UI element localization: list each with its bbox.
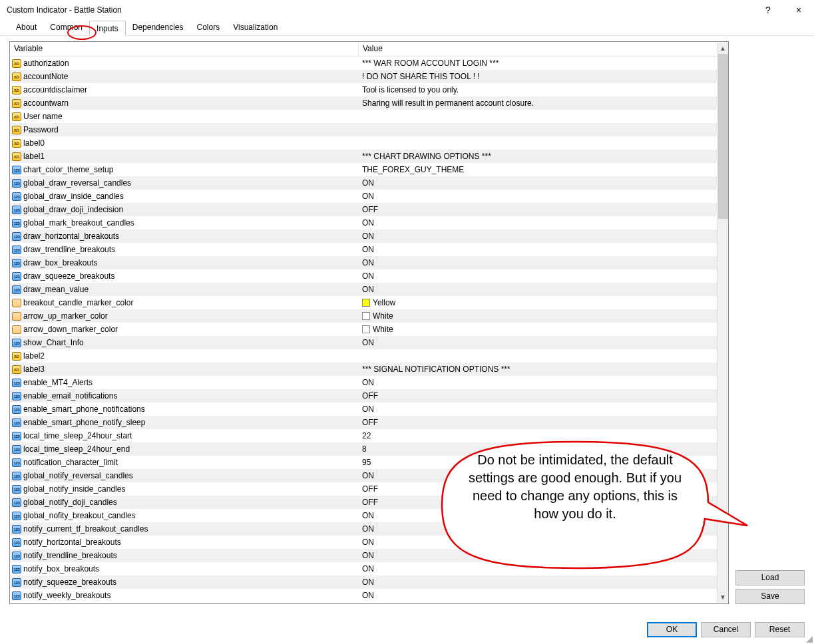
variable-value[interactable]: OFF [359, 205, 728, 214]
variable-value[interactable]: ON [359, 245, 728, 254]
variable-value[interactable]: 8 [359, 444, 728, 454]
variable-value[interactable]: White [359, 311, 728, 321]
table-row[interactable]: global_mark_breakout_candlesON [10, 216, 728, 230]
header-variable[interactable]: Variable [10, 42, 359, 56]
variable-value[interactable]: Sharing will result in permanent account… [359, 98, 728, 108]
table-row[interactable]: show_Chart_InfoON [10, 336, 728, 349]
table-row[interactable]: label1*** CHART DRAWING OPTIONS *** [10, 150, 728, 163]
table-row[interactable]: enable_smart_phone_notificationsON [10, 402, 728, 416]
variable-value[interactable]: ON [359, 524, 728, 534]
variable-value[interactable]: 95 [359, 458, 728, 467]
header-value[interactable]: Value [359, 42, 728, 56]
variable-name: enable_smart_phone_notifications [23, 404, 145, 414]
table-row[interactable]: accountwarnSharing will result in perman… [10, 96, 728, 110]
variable-value[interactable]: OFF [359, 418, 728, 427]
variable-value[interactable]: ON [359, 271, 728, 281]
table-row[interactable]: enable_MT4_AlertsON [10, 376, 728, 389]
variable-value[interactable]: ON [359, 192, 728, 201]
table-row[interactable]: draw_squeeze_breakoutsON [10, 269, 728, 283]
table-row[interactable]: arrow_down_marker_colorWhite [10, 323, 728, 336]
scroll-down-button[interactable]: ▼ [717, 591, 728, 603]
table-row[interactable]: accountNote ! DO NOT SHARE THIS TOOL ! ! [10, 70, 728, 83]
table-row[interactable]: breakout_candle_marker_colorYellow [10, 296, 728, 309]
tab-common[interactable]: Common [43, 20, 89, 35]
table-row[interactable]: notify_horizontal_breakoutsON [10, 536, 728, 549]
table-row[interactable]: draw_mean_valueON [10, 283, 728, 296]
variable-value[interactable]: *** CHART DRAWING OPTIONS *** [359, 152, 728, 161]
tab-inputs[interactable]: Inputs [89, 21, 126, 36]
variable-value[interactable]: ON [359, 551, 728, 560]
variable-value[interactable]: ON [359, 577, 728, 587]
variable-value[interactable]: ON [359, 471, 728, 480]
table-row[interactable]: draw_horizontal_breakoutsON [10, 230, 728, 243]
table-row[interactable]: global_notify_doji_candlesOFF [10, 496, 728, 509]
table-row[interactable]: draw_trendline_breakoutsON [10, 243, 728, 256]
variable-value[interactable]: ON [359, 538, 728, 547]
variable-value[interactable]: ! DO NOT SHARE THIS TOOL ! ! [359, 72, 728, 81]
table-row[interactable]: arrow_up_marker_colorWhite [10, 309, 728, 323]
table-row[interactable]: label3*** SIGNAL NOTIFICATION OPTIONS **… [10, 363, 728, 376]
table-row[interactable]: local_time_sleep_24hour_start22 [10, 429, 728, 442]
variable-value[interactable]: 22 [359, 431, 728, 440]
table-row[interactable]: global_notify_reversal_candlesON [10, 469, 728, 482]
table-row[interactable]: label2 [10, 349, 728, 363]
close-button[interactable]: × [783, 0, 814, 20]
variable-value[interactable]: ON [359, 404, 728, 414]
table-row[interactable]: Password [10, 123, 728, 136]
variable-value[interactable]: ON [359, 564, 728, 573]
tab-colors[interactable]: Colors [190, 20, 226, 35]
table-row[interactable]: global_draw_doji_indecisionOFF [10, 203, 728, 216]
table-row[interactable]: label0 [10, 136, 728, 150]
variable-value[interactable]: *** SIGNAL NOTIFICATION OPTIONS *** [359, 365, 728, 374]
variable-value[interactable]: ON [359, 218, 728, 228]
tab-visualization[interactable]: Visualization [226, 20, 284, 35]
scroll-up-button[interactable]: ▲ [717, 43, 728, 54]
variable-value[interactable]: ON [359, 178, 728, 188]
variable-value[interactable]: ON [359, 338, 728, 347]
resize-grip-icon[interactable] [805, 635, 813, 643]
variable-name: global_notify_doji_candles [23, 498, 117, 507]
variable-value[interactable]: ON [359, 511, 728, 520]
variable-value[interactable]: OFF [359, 498, 728, 507]
variable-value[interactable]: OFF [359, 484, 728, 494]
table-row[interactable]: global_notify_inside_candlesOFF [10, 482, 728, 496]
table-row[interactable]: global_draw_inside_candlesON [10, 190, 728, 203]
table-row[interactable]: enable_email_notificationsOFF [10, 389, 728, 402]
table-row[interactable]: notify_squeeze_breakoutsON [10, 575, 728, 589]
variable-value[interactable]: Yellow [359, 298, 728, 307]
variable-value[interactable]: White [359, 325, 728, 334]
table-row[interactable]: notification_character_limit95 [10, 456, 728, 469]
tab-dependencies[interactable]: Dependencies [126, 20, 190, 35]
table-row[interactable]: User name [10, 110, 728, 123]
tab-about[interactable]: About [9, 20, 43, 35]
variable-value[interactable]: OFF [359, 391, 728, 401]
variable-value[interactable]: THE_FOREX_GUY_THEME [359, 165, 728, 174]
help-button[interactable]: ? [753, 0, 783, 20]
save-button[interactable]: Save [735, 589, 805, 604]
variable-value[interactable]: *** WAR ROOM ACCOUNT LOGIN *** [359, 59, 728, 68]
table-row[interactable]: notify_trendline_breakoutsON [10, 549, 728, 562]
table-row[interactable]: global_nofity_breakout_candlesON [10, 509, 728, 522]
variable-value[interactable]: ON [359, 285, 728, 294]
variable-value[interactable]: ON [359, 232, 728, 241]
table-row[interactable]: draw_box_breakoutsON [10, 256, 728, 269]
table-row[interactable]: notify_current_tf_breakout_candlesON [10, 522, 728, 536]
variable-value[interactable]: ON [359, 591, 728, 600]
table-row[interactable]: notify_weekly_breakoutsON [10, 589, 728, 602]
scroll-thumb[interactable] [718, 54, 728, 219]
variable-value[interactable]: Tool is licensed to you only. [359, 85, 728, 94]
vertical-scrollbar[interactable]: ▲ ▼ [717, 43, 728, 603]
reset-button[interactable]: Reset [755, 622, 805, 637]
variable-value[interactable]: ON [359, 258, 728, 267]
table-row[interactable]: chart_color_theme_setupTHE_FOREX_GUY_THE… [10, 163, 728, 176]
table-row[interactable]: local_time_sleep_24hour_end8 [10, 442, 728, 456]
table-row[interactable]: enable_smart_phone_notify_sleepOFF [10, 416, 728, 429]
ok-button[interactable]: OK [647, 622, 697, 637]
cancel-button[interactable]: Cancel [701, 622, 751, 637]
table-row[interactable]: accountdisclaimerTool is licensed to you… [10, 83, 728, 96]
table-row[interactable]: authorization*** WAR ROOM ACCOUNT LOGIN … [10, 57, 728, 70]
table-row[interactable]: global_draw_reversal_candlesON [10, 176, 728, 190]
load-button[interactable]: Load [735, 570, 805, 585]
table-row[interactable]: notify_box_breakoutsON [10, 562, 728, 575]
variable-value[interactable]: ON [359, 378, 728, 387]
